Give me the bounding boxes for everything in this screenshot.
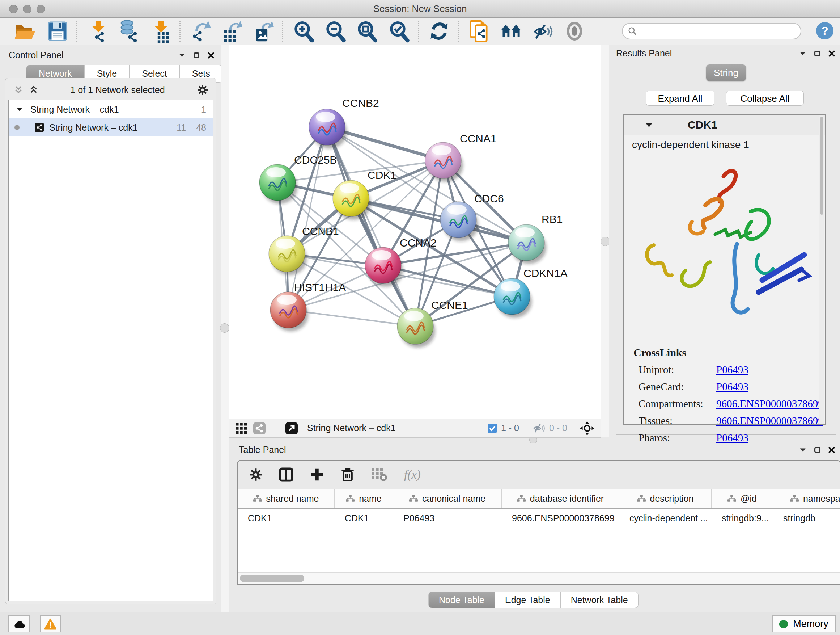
- show-columns-icon[interactable]: [279, 467, 294, 482]
- table-cell[interactable]: stringdb:9...: [712, 513, 773, 524]
- column-header[interactable]: @id: [712, 489, 773, 508]
- results-scrollbar-thumb[interactable]: [820, 117, 823, 215]
- export-network-icon[interactable]: [188, 19, 212, 43]
- network-node-ccna1[interactable]: CCNA1: [425, 133, 497, 182]
- expand-all-icon[interactable]: [29, 86, 38, 94]
- network-node-hist1h1a[interactable]: HIST1H1A: [270, 281, 346, 331]
- gene-section-header[interactable]: CDK1: [624, 115, 825, 135]
- network-node-cdc25b[interactable]: CDC25B: [259, 154, 337, 204]
- grid-view-icon[interactable]: [236, 423, 247, 434]
- network-view-canvas[interactable]: CCNB2CCNA1CDC25BCDK1CDC6RB1CCNB1CCNA2CDK…: [229, 45, 600, 418]
- network-edge[interactable]: [327, 127, 415, 326]
- panel-close-icon[interactable]: [829, 447, 835, 453]
- network-row[interactable]: String Network – cdk1 11 48: [9, 119, 213, 136]
- hidden-eye-icon[interactable]: [533, 423, 546, 433]
- left-splitter-handle[interactable]: [220, 323, 229, 333]
- node-label: CDC6: [474, 193, 504, 204]
- network-node-ccnb2[interactable]: CCNB2: [309, 97, 379, 149]
- panel-float-icon[interactable]: [814, 447, 821, 453]
- crosslink-link[interactable]: 9606.ENSP00000378699: [716, 415, 823, 427]
- delete-column-icon[interactable]: [340, 467, 355, 482]
- selected-checkbox-icon[interactable]: [487, 423, 497, 433]
- collection-count: 1: [201, 104, 206, 115]
- add-column-icon[interactable]: [310, 468, 324, 481]
- zoom-selected-icon[interactable]: [387, 19, 411, 43]
- column-header[interactable]: name: [335, 489, 393, 508]
- gear-icon[interactable]: [197, 84, 208, 95]
- window-title: Session: New Session: [0, 3, 840, 14]
- network-node-ccnb1[interactable]: CCNB1: [269, 225, 339, 275]
- column-header[interactable]: database identifier: [502, 489, 619, 508]
- toolbar-separator: [282, 21, 283, 42]
- network-node-rb1[interactable]: RB1: [508, 213, 562, 264]
- table-cell[interactable]: cyclin-dependent ...: [619, 513, 712, 524]
- crosslinks-title: CrossLinks: [633, 347, 823, 359]
- expand-all-button[interactable]: Expand All: [646, 90, 714, 106]
- tab-edge-table[interactable]: Edge Table: [495, 592, 561, 608]
- network-node-ccne1[interactable]: CCNE1: [397, 299, 468, 348]
- table-cell[interactable]: CDK1: [335, 513, 393, 524]
- panel-menu-icon[interactable]: [799, 51, 806, 56]
- table-cell[interactable]: 9606.ENSP00000378699: [502, 513, 619, 524]
- crosslink-link[interactable]: 9606.ENSP00000378699: [716, 398, 823, 410]
- table-hscrollbar[interactable]: [238, 572, 840, 584]
- table-row[interactable]: CDK1CDK1P064939606.ENSP00000378699cyclin…: [238, 509, 840, 527]
- column-header[interactable]: namespace: [773, 489, 840, 508]
- clone-network-icon[interactable]: [467, 19, 491, 43]
- external-link-icon[interactable]: [286, 422, 298, 434]
- zoom-out-icon[interactable]: [324, 19, 347, 43]
- tab-string[interactable]: String: [706, 65, 746, 81]
- gene-expander-icon[interactable]: [645, 122, 653, 128]
- table-cell[interactable]: P06493: [393, 513, 502, 524]
- export-table-icon[interactable]: [219, 19, 243, 43]
- open-file-icon[interactable]: [13, 19, 37, 43]
- delete-table-icon[interactable]: [371, 467, 387, 482]
- zoom-fit-icon[interactable]: [355, 19, 379, 43]
- table-gear-icon[interactable]: [249, 468, 262, 481]
- panel-menu-icon[interactable]: [179, 53, 185, 57]
- table-hscrollbar-thumb[interactable]: [240, 575, 304, 582]
- hide-selected-icon[interactable]: [531, 19, 554, 43]
- network-collection-row[interactable]: String Network – cdk1 1: [9, 100, 213, 119]
- network-node-cdkn1a[interactable]: CDKN1A: [494, 267, 568, 318]
- search-input[interactable]: [637, 26, 790, 36]
- help-icon[interactable]: ?: [815, 21, 834, 40]
- zoom-in-icon[interactable]: [292, 19, 316, 43]
- column-header[interactable]: shared name: [238, 489, 335, 508]
- column-header[interactable]: canonical name: [393, 489, 502, 508]
- network-view-title: String Network – cdk1: [307, 423, 487, 433]
- show-selected-icon[interactable]: [562, 19, 586, 43]
- cloud-status-button[interactable]: [8, 616, 30, 632]
- import-table-icon[interactable]: [149, 19, 173, 43]
- crosslink-link[interactable]: P06493: [716, 381, 748, 393]
- panel-close-icon[interactable]: [829, 50, 835, 57]
- panel-close-icon[interactable]: [208, 52, 214, 59]
- import-network-database-icon[interactable]: [117, 19, 141, 43]
- show-all-networks-icon[interactable]: [499, 19, 523, 43]
- share-view-icon[interactable]: [253, 422, 265, 434]
- tab-node-table[interactable]: Node Table: [428, 592, 495, 608]
- collapse-all-button[interactable]: Collapse All: [726, 90, 804, 106]
- fit-crosshair-icon[interactable]: [579, 421, 595, 436]
- collapse-all-icon[interactable]: [14, 86, 23, 94]
- panel-float-icon[interactable]: [193, 52, 200, 59]
- collection-expander-icon[interactable]: [17, 108, 22, 111]
- panel-menu-icon[interactable]: [799, 448, 806, 452]
- table-cell[interactable]: stringdb: [773, 513, 840, 524]
- results-scrollbar[interactable]: [819, 116, 824, 424]
- save-session-icon[interactable]: [46, 19, 69, 43]
- crosslink-link[interactable]: P06493: [716, 432, 748, 444]
- export-image-icon[interactable]: [250, 19, 274, 43]
- panel-float-icon[interactable]: [814, 50, 821, 57]
- refresh-layout-icon[interactable]: [427, 19, 451, 43]
- warning-status-button[interactable]: [40, 616, 61, 632]
- function-builder-icon[interactable]: f(x): [404, 468, 421, 481]
- crosslink-link[interactable]: P06493: [716, 364, 748, 376]
- table-cell[interactable]: CDK1: [238, 513, 335, 524]
- memory-button[interactable]: Memory: [772, 616, 836, 632]
- import-network-icon[interactable]: [87, 19, 111, 43]
- column-header[interactable]: description: [619, 489, 712, 508]
- tab-network-table[interactable]: Network Table: [561, 592, 638, 608]
- cloud-icon: [13, 619, 26, 629]
- right-splitter-handle[interactable]: [600, 237, 610, 246]
